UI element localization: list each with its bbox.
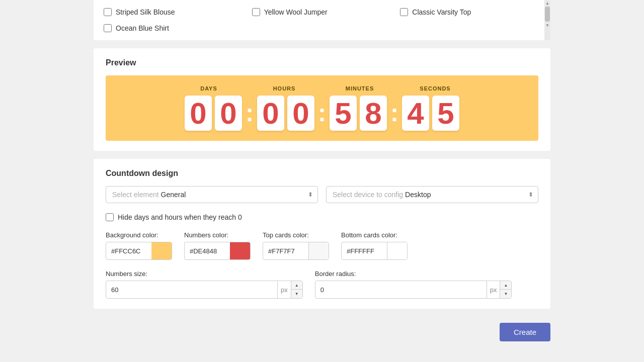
separator-days-hours: : (246, 101, 254, 125)
border-radius-down-button[interactable]: ▼ (500, 290, 511, 298)
numbers-color-label: Numbers color: (184, 231, 251, 239)
numbers-size-down-button[interactable]: ▼ (291, 290, 302, 298)
product-item-striped-silk-blouse: Striped Silk Blouse (104, 6, 244, 18)
top-cards-color-input-group (263, 242, 329, 260)
countdown-widget: DAYS HOURS MINUTES SECONDS 0 0 : 0 0 : 5… (106, 75, 538, 141)
preview-section: Preview DAYS HOURS MINUTES SECONDS 0 0 :… (94, 48, 550, 151)
border-radius-field: Border radius: px ▲ ▼ (315, 270, 512, 299)
background-color-input-group (106, 242, 172, 260)
digit-hours-ones: 0 (287, 96, 314, 131)
bottom-cards-color-input-group (341, 242, 408, 260)
select-device-value: Desktop (405, 191, 431, 199)
digit-hours-tens: 0 (257, 96, 284, 131)
select-element-dropdown[interactable]: Select element General (106, 186, 318, 203)
digit-minutes-ones: 8 (360, 96, 387, 131)
product-item-yellow-wool-jumper: Yellow Wool Jumper (252, 6, 392, 18)
products-grid: Striped Silk Blouse Yellow Wool Jumper C… (104, 6, 540, 34)
numbers-size-field: Numbers size: px ▲ ▼ (106, 270, 303, 299)
digit-days-ones: 0 (215, 96, 242, 131)
scroll-down-arrow[interactable]: ▼ (545, 22, 550, 28)
top-cards-color-field: Top cards color: (263, 231, 329, 260)
top-cards-color-hex-input[interactable] (263, 244, 308, 258)
select-element-label: Select element (112, 191, 159, 199)
product-checkbox-yellow-wool-jumper[interactable] (252, 8, 260, 16)
color-row: Background color: Numbers color: Top car… (106, 231, 538, 260)
bottom-bar: Create (0, 317, 644, 347)
select-row: Select element General ⬍ Select device t… (106, 186, 538, 203)
numbers-color-hex-input[interactable] (185, 244, 230, 258)
countdown-labels: DAYS HOURS MINUTES SECONDS (126, 85, 518, 92)
size-row: Numbers size: px ▲ ▼ Border radius: px (106, 270, 538, 299)
select-device-dropdown[interactable]: Select device to config Desktop (326, 186, 538, 203)
hide-days-label: Hide days and hours when they reach 0 (118, 213, 242, 221)
numbers-size-input-group: px ▲ ▼ (106, 281, 303, 299)
numbers-color-swatch[interactable] (230, 242, 250, 259)
countdown-digits: 0 0 : 0 0 : 5 8 : 4 5 (183, 96, 461, 131)
select-element-wrapper: Select element General ⬍ (106, 186, 318, 203)
hide-days-row: Hide days and hours when they reach 0 (106, 213, 538, 221)
background-color-swatch[interactable] (151, 242, 172, 259)
top-cards-color-label: Top cards color: (263, 231, 329, 239)
select-device-label: Select device to config (333, 191, 403, 199)
digit-days-tens: 0 (185, 96, 212, 131)
top-cards-color-swatch[interactable] (308, 242, 329, 259)
product-label-yellow-wool-jumper: Yellow Wool Jumper (264, 8, 328, 16)
scrollbar-thumb[interactable] (545, 7, 550, 22)
label-seconds: SECONDS (405, 85, 465, 92)
label-days: DAYS (179, 85, 239, 92)
product-item-classic-varsity-top: Classic Varsity Top (400, 6, 540, 18)
border-radius-input-group: px ▲ ▼ (315, 281, 512, 299)
numbers-size-unit: px (277, 281, 291, 298)
separator-hours-minutes: : (318, 101, 326, 125)
background-color-field: Background color: (106, 231, 172, 260)
numbers-size-input[interactable] (106, 283, 277, 297)
create-button[interactable]: Create (500, 323, 550, 341)
numbers-color-input-group (184, 242, 251, 260)
bottom-cards-color-label: Bottom cards color: (341, 231, 408, 239)
border-radius-unit: px (487, 281, 500, 298)
numbers-size-label: Numbers size: (106, 270, 303, 278)
product-item-ocean-blue-shirt: Ocean Blue Shirt (104, 22, 244, 34)
products-section: Striped Silk Blouse Yellow Wool Jumper C… (94, 0, 550, 40)
numbers-color-field: Numbers color: (184, 231, 251, 260)
background-color-label: Background color: (106, 231, 172, 239)
bottom-cards-color-hex-input[interactable] (342, 244, 387, 258)
digit-seconds-tens: 4 (402, 96, 429, 131)
product-checkbox-ocean-blue-shirt[interactable] (104, 24, 112, 32)
border-radius-label: Border radius: (315, 270, 512, 278)
preview-title: Preview (106, 58, 538, 67)
hide-days-checkbox[interactable] (106, 213, 114, 221)
product-label-classic-varsity-top: Classic Varsity Top (412, 8, 471, 16)
scrollbar[interactable]: ▲ ▼ (544, 0, 550, 40)
select-element-value: General (161, 191, 186, 199)
border-radius-stepper: ▲ ▼ (500, 281, 511, 298)
digit-minutes-tens: 5 (330, 96, 357, 131)
product-checkbox-striped-silk-blouse[interactable] (104, 8, 112, 16)
bottom-cards-color-swatch[interactable] (387, 242, 407, 259)
digit-seconds-ones: 5 (432, 96, 459, 131)
product-label-ocean-blue-shirt: Ocean Blue Shirt (116, 24, 169, 32)
product-checkbox-classic-varsity-top[interactable] (400, 8, 408, 16)
design-title: Countdown design (106, 169, 538, 178)
numbers-size-stepper: ▲ ▼ (291, 281, 302, 298)
select-device-wrapper: Select device to config Desktop ⬍ (326, 186, 538, 203)
numbers-size-up-button[interactable]: ▲ (291, 281, 302, 290)
scroll-up-arrow[interactable]: ▲ (545, 0, 550, 6)
label-minutes: MINUTES (330, 85, 390, 92)
product-label-striped-silk-blouse: Striped Silk Blouse (116, 8, 175, 16)
label-hours: HOURS (254, 85, 314, 92)
background-color-hex-input[interactable] (106, 244, 151, 258)
design-section: Countdown design Select element General … (94, 159, 550, 309)
border-radius-input[interactable] (315, 283, 487, 297)
bottom-cards-color-field: Bottom cards color: (341, 231, 408, 260)
border-radius-up-button[interactable]: ▲ (500, 281, 511, 290)
separator-minutes-seconds: : (390, 101, 398, 125)
